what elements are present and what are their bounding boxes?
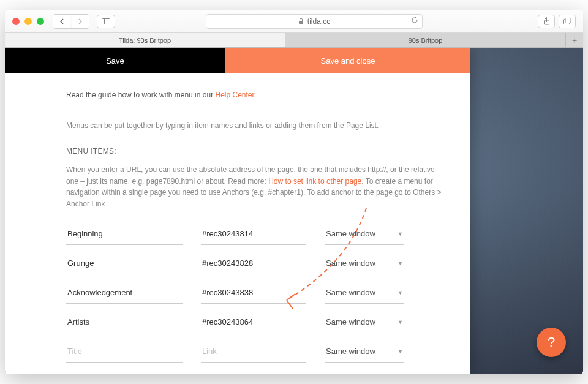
traffic-lights <box>12 18 44 25</box>
menu-item-link-input[interactable] <box>201 282 306 304</box>
chevron-down-icon: ▼ <box>398 290 403 296</box>
menu-item-title-input[interactable] <box>66 223 183 245</box>
svg-rect-5 <box>565 18 571 23</box>
menu-item-title-input[interactable] <box>66 252 183 274</box>
chevron-down-icon: ▼ <box>398 260 403 266</box>
back-button[interactable] <box>53 15 70 28</box>
menu-item-row: Same window▼ <box>66 223 446 245</box>
browser-chrome: tilda.cc <box>5 10 583 33</box>
menu-item-link-input[interactable] <box>201 223 306 245</box>
instructions-text: When you enter a URL, you can use the ab… <box>66 164 446 209</box>
guide-text: Read the guide how to work with menu in … <box>66 91 446 99</box>
section-heading: MENU ITEMS: <box>66 147 446 156</box>
select-label: Same window <box>326 258 375 268</box>
menu-item-target-select[interactable]: Same window▼ <box>325 341 404 363</box>
help-center-link[interactable]: Help Center <box>215 91 254 99</box>
tab-label: 90s Britpop <box>409 37 443 44</box>
svg-rect-2 <box>299 21 303 24</box>
menu-item-target-select[interactable]: Same window▼ <box>325 311 404 333</box>
panel-body: Read the guide how to work with menu in … <box>5 73 470 374</box>
close-window-icon[interactable] <box>12 18 20 25</box>
url-bar[interactable]: tilda.cc <box>206 14 423 29</box>
nav-buttons <box>53 14 89 29</box>
menu-item-link-input[interactable] <box>201 311 306 333</box>
info-text: Menus can be put together by typing in i… <box>66 121 446 130</box>
menu-item-target-select[interactable]: Same window▼ <box>325 223 404 245</box>
chevron-down-icon: ▼ <box>398 348 403 355</box>
maximize-window-icon[interactable] <box>37 18 44 25</box>
browser-tab[interactable]: 90s Britpop <box>285 33 566 47</box>
chevron-down-icon: ▼ <box>398 231 403 237</box>
url-text: tilda.cc <box>307 17 330 26</box>
menu-item-link-input[interactable] <box>201 252 306 274</box>
lock-icon <box>298 18 304 24</box>
menu-item-target-select[interactable]: Same window▼ <box>325 252 404 274</box>
browser-tab[interactable]: Tilda: 90s Britpop <box>5 33 285 47</box>
save-and-close-button[interactable]: Save and close <box>225 48 470 73</box>
reload-icon[interactable] <box>411 17 418 26</box>
forward-button[interactable] <box>72 15 89 28</box>
app-viewport: Save Save and close Read the guide how t… <box>5 48 583 374</box>
settings-panel: Save Save and close Read the guide how t… <box>5 48 470 374</box>
browser-window: tilda.cc Tilda: 90s Britpop 90s Britpop … <box>5 10 583 374</box>
menu-item-title-input[interactable] <box>66 311 183 333</box>
menu-item-title-input[interactable] <box>66 341 183 363</box>
save-button[interactable]: Save <box>5 48 225 73</box>
menu-item-row: Same window▼ <box>66 252 446 274</box>
select-label: Same window <box>326 347 375 356</box>
help-fab-button[interactable]: ? <box>537 328 566 357</box>
minimize-window-icon[interactable] <box>24 18 32 25</box>
chevron-down-icon: ▼ <box>398 319 403 325</box>
tab-label: Tilda: 90s Britpop <box>119 37 171 44</box>
menu-items-list: Same window▼Same window▼Same window▼Same… <box>66 223 446 363</box>
menu-item-row: Same window▼ <box>66 341 446 363</box>
menu-item-row: Same window▼ <box>66 282 446 304</box>
menu-item-target-select[interactable]: Same window▼ <box>325 282 404 304</box>
panel-header: Save Save and close <box>5 48 470 73</box>
menu-item-title-input[interactable] <box>66 282 183 304</box>
menu-item-link-input[interactable] <box>201 341 306 363</box>
select-label: Same window <box>326 229 375 238</box>
browser-tabs: Tilda: 90s Britpop 90s Britpop + <box>5 33 583 48</box>
select-label: Same window <box>326 317 375 326</box>
sidebar-toggle-icon[interactable] <box>97 15 115 28</box>
menu-item-row: Same window▼ <box>66 311 446 333</box>
howto-link[interactable]: How to set link to other page <box>268 177 361 186</box>
svg-rect-0 <box>102 18 110 24</box>
new-tab-button[interactable]: + <box>566 33 583 47</box>
toolbar-right <box>538 15 576 28</box>
select-label: Same window <box>326 288 375 297</box>
tabs-icon[interactable] <box>559 15 576 28</box>
share-icon[interactable] <box>538 15 555 28</box>
